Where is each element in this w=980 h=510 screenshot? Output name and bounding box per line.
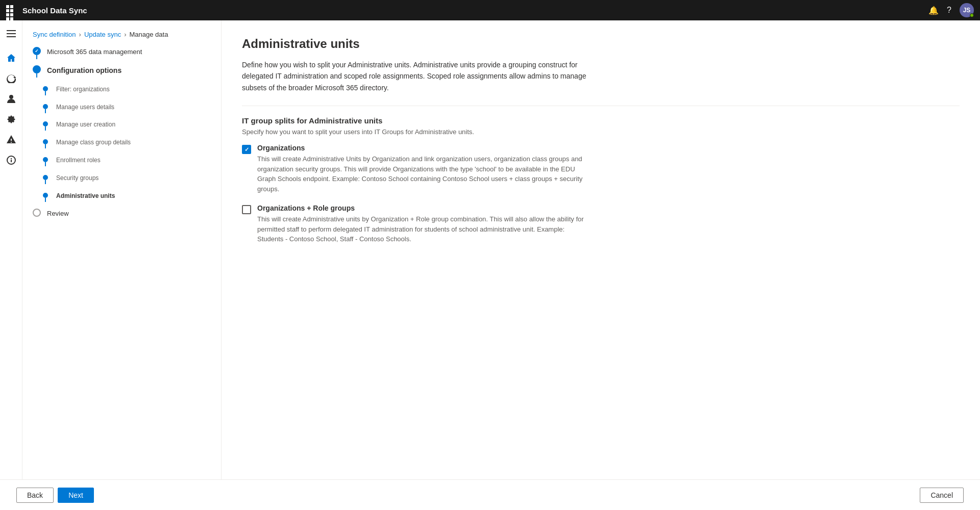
step-class-groups-label: Manage class group details (54, 137, 131, 153)
step-review-label: Review (47, 208, 69, 224)
organizations-description: This will create Administrative Units by… (257, 154, 584, 194)
svg-rect-6 (11, 158, 12, 159)
step-m365-circle (33, 47, 41, 55)
step-filter-connector (45, 91, 46, 95)
step-user-creation[interactable]: Manage user creation (43, 119, 211, 135)
step-enrollment[interactable]: Enrollment roles (43, 155, 211, 171)
breadcrumb: Sync definition › Update sync › Manage d… (22, 31, 221, 46)
org-role-groups-checkbox-container[interactable] (242, 205, 251, 214)
step-class-groups[interactable]: Manage class group details (43, 137, 211, 153)
user-icon[interactable] (2, 90, 20, 108)
page-description: Define how you wish to split your Admini… (242, 59, 599, 93)
svg-rect-1 (7, 33, 16, 34)
avatar[interactable]: JS (960, 3, 974, 17)
step-config-label: Configuration options (47, 65, 121, 82)
section-title: IT group splits for Administrative units (242, 116, 960, 125)
organizations-label: Organizations (257, 144, 584, 152)
topbar-right: 🔔 ? JS (928, 3, 974, 17)
step-admin-units-connector (45, 198, 46, 202)
step-user-creation-label: Manage user creation (54, 119, 115, 135)
back-button[interactable]: Back (16, 488, 54, 503)
avatar-status-dot (970, 13, 974, 17)
step-filter-circle (43, 86, 48, 91)
sync-icon[interactable] (2, 69, 20, 88)
step-m365[interactable]: Microsoft 365 data management (33, 46, 211, 63)
step-enrollment-connector (45, 162, 46, 166)
topbar: School Data Sync 🔔 ? JS (0, 0, 980, 20)
option-org-role-groups: Organizations + Role groups This will cr… (242, 204, 960, 244)
info-icon[interactable] (2, 151, 20, 169)
step-m365-label: Microsoft 365 data management (47, 46, 142, 63)
svg-rect-5 (11, 160, 12, 162)
step-review[interactable]: Review (33, 208, 211, 224)
hamburger-icon[interactable] (2, 24, 20, 43)
step-admin-units-label: Administrative units (54, 191, 115, 207)
settings-icon[interactable] (2, 110, 20, 129)
step-config[interactable]: Configuration options (33, 65, 211, 82)
step-admin-units[interactable]: Administrative units (43, 191, 211, 207)
svg-rect-0 (7, 30, 16, 31)
home-icon[interactable] (2, 49, 20, 67)
alert-icon[interactable] (2, 131, 20, 149)
step-security-connector (45, 180, 46, 184)
step-security[interactable]: Security groups (43, 173, 211, 189)
step-class-groups-connector (45, 144, 46, 148)
step-enrollment-circle (43, 157, 48, 162)
svg-rect-2 (7, 36, 16, 37)
step-users-details-label: Manage users details (54, 102, 114, 118)
breadcrumb-sep-2: › (124, 31, 126, 38)
org-role-groups-description: This will create Administrative units by… (257, 214, 584, 244)
breadcrumb-update-sync[interactable]: Update sync (84, 31, 121, 38)
bottom-bar: Back Next Cancel (0, 479, 980, 510)
step-security-label: Security groups (54, 173, 99, 189)
section-subtitle: Specify how you want to split your users… (242, 128, 960, 136)
icon-nav (0, 20, 22, 479)
breadcrumb-sync-definition[interactable]: Sync definition (33, 31, 76, 38)
grid-icon[interactable] (6, 5, 16, 15)
next-button[interactable]: Next (58, 488, 94, 503)
step-config-connector (36, 73, 37, 78)
step-users-details-connector (45, 109, 46, 113)
cancel-button[interactable]: Cancel (920, 488, 964, 503)
section-divider (242, 106, 960, 106)
step-class-groups-circle (43, 139, 48, 144)
breadcrumb-manage-data: Manage data (130, 31, 168, 38)
step-users-details[interactable]: Manage users details (43, 102, 211, 118)
option-organizations: Organizations This will create Administr… (242, 144, 960, 194)
breadcrumb-sep-1: › (79, 31, 81, 38)
step-user-creation-circle (43, 121, 48, 126)
notification-icon[interactable]: 🔔 (928, 6, 939, 15)
organizations-checkbox-container[interactable] (242, 145, 251, 154)
step-config-circle (33, 65, 41, 73)
help-icon[interactable]: ? (947, 6, 951, 15)
step-filter-label: Filter: organizations (54, 84, 110, 100)
app-title: School Data Sync (22, 6, 87, 15)
main-content: Administrative units Define how you wish… (222, 20, 980, 479)
step-enrollment-label: Enrollment roles (54, 155, 101, 171)
step-filter[interactable]: Filter: organizations (43, 84, 211, 100)
page-title: Administrative units (242, 37, 960, 51)
organizations-checkbox[interactable] (242, 145, 251, 154)
step-admin-units-circle (43, 193, 48, 198)
step-users-details-circle (43, 104, 48, 109)
step-user-creation-connector (45, 126, 46, 131)
org-role-groups-label: Organizations + Role groups (257, 204, 584, 212)
step-review-circle (33, 209, 41, 217)
svg-point-3 (9, 95, 13, 99)
step-m365-connector (36, 55, 37, 59)
step-security-circle (43, 175, 48, 180)
sidebar-steps: Microsoft 365 data management Configurat… (22, 46, 221, 225)
sidebar: Sync definition › Update sync › Manage d… (22, 20, 222, 479)
org-role-groups-checkbox[interactable] (242, 205, 251, 214)
